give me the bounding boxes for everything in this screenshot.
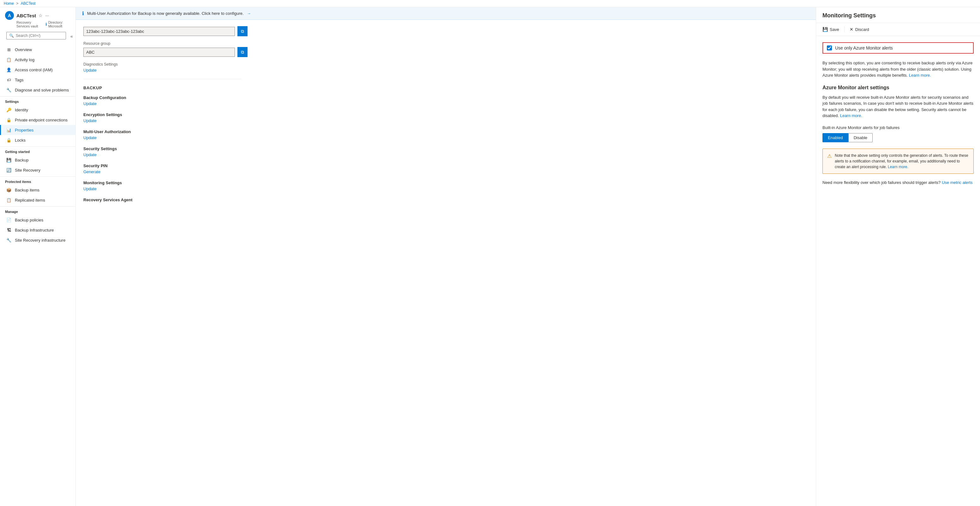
- learn-more-3-link[interactable]: Learn more.: [888, 165, 908, 169]
- resource-id-input: [83, 27, 235, 36]
- backup-infrastructure-icon: 🏗: [6, 227, 12, 233]
- azure-monitor-description: By selecting this option, you are consen…: [822, 60, 974, 79]
- nav-label-backup: Backup: [15, 158, 29, 162]
- nav-label-replicated-items: Replicated items: [15, 198, 45, 203]
- save-icon: 💾: [822, 27, 828, 32]
- nav-backup[interactable]: 💾 Backup: [0, 155, 75, 165]
- activity-log-icon: 📋: [6, 57, 12, 62]
- learn-more-2-link[interactable]: Learn more.: [840, 113, 862, 118]
- resource-group-field: ⧉: [83, 47, 808, 57]
- encryption-title: Encryption Settings: [83, 112, 808, 117]
- azure-monitor-only-option[interactable]: Use only Azure Monitor alerts: [822, 42, 974, 54]
- nav-properties[interactable]: 📊 Properties: [0, 125, 75, 135]
- nav-access-control[interactable]: 👤 Access control (IAM): [0, 65, 75, 75]
- recovery-agent-row: Recovery Services Agent: [83, 197, 808, 202]
- locks-icon: 🔒: [6, 137, 12, 143]
- search-box[interactable]: 🔍: [6, 32, 66, 40]
- azure-monitor-section-title: Azure Monitor alert settings: [822, 85, 974, 90]
- resource-id-field: ⧉: [83, 26, 808, 36]
- nav-label-site-recovery-infra: Site Recovery infrastructure: [15, 238, 65, 243]
- search-icon: 🔍: [9, 33, 14, 38]
- nav-private-endpoints[interactable]: 🔒 Private endpoint connections: [0, 115, 75, 125]
- notification-link[interactable]: →: [247, 11, 251, 16]
- backup-config-title: Backup Configuration: [83, 95, 808, 100]
- backup-icon: 💾: [6, 157, 12, 163]
- description-text-content: By selecting this option, you are consen…: [822, 60, 973, 78]
- save-label: Save: [830, 27, 839, 32]
- save-button[interactable]: 💾 Save: [822, 25, 839, 33]
- nav-site-recovery-infra[interactable]: 🔧 Site Recovery infrastructure: [0, 235, 75, 245]
- ellipsis-icon[interactable]: ···: [45, 13, 49, 18]
- warning-text-container: Note that the above setting only control…: [835, 153, 969, 170]
- disable-toggle-button[interactable]: Disable: [848, 133, 873, 142]
- right-panel-title: Monitoring Settings: [822, 12, 974, 19]
- site-recovery-infra-icon: 🔧: [6, 237, 12, 243]
- nav-label-access-control: Access control (IAM): [15, 68, 53, 72]
- security-settings-row: Security Settings Update: [83, 146, 808, 157]
- diagnostics-settings-row: Diagnostics Settings Update: [83, 62, 808, 73]
- recovery-agent-title: Recovery Services Agent: [83, 197, 808, 202]
- nav-label-identity: Identity: [15, 108, 28, 112]
- nav-replicated-items[interactable]: 📋 Replicated items: [0, 195, 75, 205]
- section-settings: Settings: [0, 96, 75, 105]
- discard-button[interactable]: ✕ Discard: [850, 25, 869, 33]
- collapse-sidebar-button[interactable]: «: [69, 32, 74, 40]
- nav-label-backup-items: Backup items: [15, 188, 40, 192]
- nav-label-tags: Tags: [15, 78, 23, 82]
- resource-type-label: Recovery Services vault: [16, 21, 44, 28]
- built-in-setting-label: Built-in Azure Monitor alerts for job fa…: [822, 125, 974, 130]
- directory-label: Directory: Microsoft: [48, 21, 70, 28]
- flexibility-text: Need more flexibility over which job fai…: [822, 180, 974, 185]
- security-pin-title: Security PIN: [83, 163, 808, 168]
- nav-locks[interactable]: 🔒 Locks: [0, 135, 75, 145]
- main-panel: ℹ Multi-User Authorization for Backup is…: [76, 7, 816, 506]
- nav-activity-log[interactable]: 📋 Activity log: [0, 55, 75, 65]
- azure-monitor-section-description: By default you will receive built-in Azu…: [822, 94, 974, 119]
- toolbar-divider: [844, 26, 845, 32]
- private-endpoints-icon: 🔒: [6, 117, 12, 123]
- encryption-link[interactable]: Update: [83, 118, 97, 123]
- nav-backup-policies[interactable]: 📄 Backup policies: [0, 215, 75, 225]
- diagnostics-update-link[interactable]: Update: [83, 68, 97, 73]
- backup-section-header: BACKUP: [83, 86, 808, 90]
- enabled-toggle-button[interactable]: Enabled: [822, 133, 848, 142]
- monitoring-settings-link[interactable]: Update: [83, 186, 97, 191]
- breadcrumb-resource[interactable]: ABCTest: [21, 1, 36, 6]
- monitoring-settings-row: Monitoring Settings Update: [83, 181, 808, 191]
- section-getting-started: Getting started: [0, 146, 75, 155]
- search-input[interactable]: [16, 33, 63, 38]
- nav-label-backup-infrastructure: Backup Infrastructure: [15, 228, 54, 233]
- use-metric-alerts-link[interactable]: Use metric alerts: [942, 180, 973, 185]
- nav-site-recovery[interactable]: 🔄 Site Recovery: [0, 165, 75, 175]
- access-control-icon: 👤: [6, 67, 12, 73]
- nav-identity[interactable]: 🔑 Identity: [0, 105, 75, 115]
- nav-backup-items[interactable]: 📦 Backup items: [0, 185, 75, 195]
- flexibility-text-content: Need more flexibility over which job fai…: [822, 180, 940, 185]
- nav-backup-infrastructure[interactable]: 🏗 Backup Infrastructure: [0, 225, 75, 235]
- azure-monitor-checkbox[interactable]: [827, 45, 832, 51]
- star-icon[interactable]: ☆: [38, 13, 43, 18]
- identity-icon: 🔑: [6, 107, 12, 113]
- right-panel-monitoring: Monitoring Settings 💾 Save ✕ Discard Use…: [816, 7, 980, 506]
- nav-tags[interactable]: 🏷 Tags: [0, 75, 75, 85]
- warning-icon: ⚠: [827, 153, 832, 170]
- right-panel-content: Use only Azure Monitor alerts By selecti…: [816, 36, 980, 191]
- multi-user-title: Multi-User Authorization: [83, 129, 808, 134]
- backup-config-link[interactable]: Update: [83, 101, 97, 106]
- resource-id-copy-button[interactable]: ⧉: [237, 26, 248, 36]
- security-settings-title: Security Settings: [83, 146, 808, 151]
- breadcrumb-home[interactable]: Home: [4, 1, 14, 6]
- resource-group-input: [83, 48, 235, 57]
- security-settings-link[interactable]: Update: [83, 152, 97, 157]
- nav-label-backup-policies: Backup policies: [15, 218, 43, 222]
- security-pin-row: Security PIN Generate: [83, 163, 808, 174]
- nav-overview[interactable]: ⊞ Overview: [0, 44, 75, 55]
- learn-more-1-link[interactable]: Learn more.: [909, 73, 931, 78]
- resource-group-copy-button[interactable]: ⧉: [237, 47, 248, 57]
- sidebar-header: A ABCTest ☆ ··· Recovery Services vault …: [0, 7, 75, 30]
- monitoring-settings-title: Monitoring Settings: [83, 181, 808, 185]
- security-pin-link[interactable]: Generate: [83, 170, 100, 174]
- backup-divider: [83, 79, 241, 79]
- multi-user-link[interactable]: Update: [83, 135, 97, 140]
- nav-diagnose[interactable]: 🔧 Diagnose and solve problems: [0, 85, 75, 95]
